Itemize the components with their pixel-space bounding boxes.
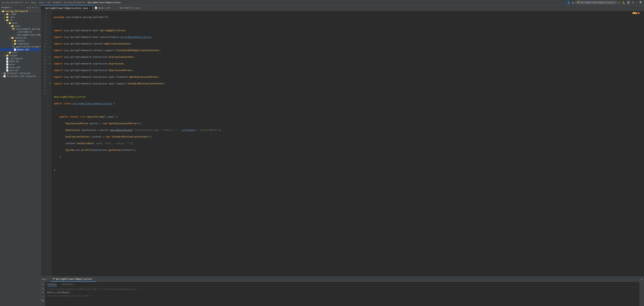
- props-icon: 🔧: [12, 46, 15, 48]
- wrench-icon[interactable]: 🔧: [41, 299, 44, 302]
- tab-close-helloworld[interactable]: ✕: [141, 7, 142, 9]
- tree-item-gitignore[interactable]: ▶ 📄 .gitignore: [0, 57, 40, 60]
- tree-item-target[interactable]: ▶ 📁 target: [0, 54, 40, 57]
- folder-icon: 📁: [8, 22, 11, 24]
- tab-beans[interactable]: 📄 Beans.xml ✕: [92, 5, 115, 10]
- code-line-23: [54, 162, 642, 165]
- run-label: Run:: [42, 278, 49, 280]
- tree-item-pom[interactable]: ▶ 📄 pom.xml: [0, 69, 40, 72]
- folder-icon: 📁: [2, 10, 4, 12]
- profile-icon[interactable]: ⏱: [632, 1, 634, 4]
- dropdown-arrow-icon: ▼: [614, 2, 615, 3]
- code-line-4: import org.springframework.boot.autoconf…: [54, 36, 642, 39]
- code-line-18: Expression expression = parser.parseExpr…: [54, 128, 642, 132]
- file-icon: 📄: [6, 60, 9, 63]
- more-icon[interactable]: ⋯: [636, 1, 638, 4]
- output-line-1: /Library/Java/JavaVirtualMachines/jdk-17…: [47, 288, 637, 291]
- bottom-left-icons: ▶ ▲ ▼ ⇌ 🔧: [40, 282, 45, 306]
- code-line-7: import org.springframework.expression.Ev…: [54, 55, 642, 59]
- expand-arrow: ▶: [3, 55, 6, 57]
- tree-item-idea[interactable]: ▶ 📁 .idea: [0, 13, 40, 16]
- package-icon: 📦: [12, 28, 15, 30]
- tree-item-static[interactable]: ▶ 📁 static: [0, 39, 40, 42]
- top-bar-right: 👤 ◀ 🌱 SpringHelloworldApplication ▼ ▶ 🐛 …: [567, 1, 642, 4]
- bottom-panel: Run: 🌱 SpringHelloworldApplication ✕ ⚙ ▶…: [40, 276, 644, 306]
- code-line-25: [54, 175, 642, 178]
- tree-item-springapp[interactable]: ▶ ☕ SpringHelloworldApplication: [0, 34, 40, 36]
- spring-run-icon: 🌱: [52, 278, 55, 280]
- avatar-icon[interactable]: 👤: [567, 1, 570, 4]
- expand-arrow: ▶: [3, 16, 6, 18]
- tree-item-package[interactable]: ▼ 📦 com.example.spring_helloworld: [0, 28, 40, 30]
- tree-item-resources[interactable]: ▼ 📁 resources: [0, 36, 40, 39]
- tree-item-mvnw-cmd[interactable]: ▶ 📄 mvnw.cmd: [0, 66, 40, 69]
- settings-icon[interactable]: ⚙: [35, 6, 36, 9]
- locate-icon[interactable]: ⊙: [27, 6, 28, 9]
- bottom-actuator-tab[interactable]: ⚙ Actuator: [61, 282, 74, 286]
- run-icon[interactable]: ▶: [618, 1, 620, 4]
- bottom-content: ▶ ▲ ▼ ⇌ 🔧 Console ⚙ Actuator /Library/Ja…: [40, 282, 644, 306]
- tree-item-main[interactable]: ▼ 📁 main: [0, 22, 40, 24]
- code-line-14: public class SpringHelloworldApplication…: [54, 102, 642, 105]
- tab-springapp[interactable]: ☕ SpringHelloworldApplication.java ✕: [40, 5, 92, 10]
- expand-arrow: ▶: [3, 13, 6, 15]
- folder-icon: 📁: [6, 16, 9, 18]
- file-icon: 📄: [6, 69, 9, 72]
- code-line-11: import org.springframework.expression.sp…: [54, 82, 642, 85]
- bottom-console-tab[interactable]: Console: [47, 282, 57, 286]
- tab-helloworld[interactable]: ☕ HelloWorld.java ✕: [115, 5, 144, 10]
- line-numbers: 1 2 3 4 5 6 7 8 9 10 11 12 13 14 15 16 1: [40, 11, 48, 276]
- bottom-tab-run[interactable]: 🌱 SpringHelloworldApplication ✕: [50, 277, 96, 282]
- collapse-all-icon[interactable]: ≡: [29, 6, 31, 9]
- tree-item-help[interactable]: ▶ 📄 HELP.md: [0, 60, 40, 63]
- code-line-1: package com.example.spring_helloworld;: [54, 16, 642, 19]
- coverage-icon[interactable]: ⛾: [627, 1, 630, 4]
- tree-item-mvnw[interactable]: ▶ 📄 mvnw: [0, 63, 40, 66]
- gutter-icons: ⚠ ⚠ ▶ ▶: [48, 11, 52, 276]
- tree-item-mvn[interactable]: ▶ 📁 .mvn: [0, 16, 40, 19]
- wrap-icon[interactable]: ⇌: [42, 295, 44, 298]
- tab-close-springapp[interactable]: ✕: [89, 7, 90, 9]
- file-tree: ▼ 📁 spring_helloworld ~/Projects/spring_…: [0, 10, 40, 306]
- error-badge: 2: [638, 12, 640, 14]
- back-icon[interactable]: ◀: [572, 1, 574, 4]
- code-line-10: import org.springframework.expression.sp…: [54, 75, 642, 78]
- code-content[interactable]: package com.example.spring_helloworld; i…: [52, 11, 644, 276]
- scroll-up-icon[interactable]: ▲: [42, 286, 44, 290]
- xml-tab-icon: 📄: [95, 7, 97, 9]
- expand-arrow: ▶: [11, 43, 14, 45]
- debug-icon[interactable]: 🐛: [622, 1, 625, 4]
- close-panel-icon[interactable]: ✕: [38, 6, 39, 9]
- tree-item-appprops[interactable]: ▶ 🔧 application.properties: [0, 45, 40, 48]
- bottom-tab-close-run[interactable]: ✕: [93, 278, 94, 280]
- tab-close-beans[interactable]: ✕: [112, 7, 113, 9]
- code-line-22: }: [54, 155, 642, 158]
- code-line-20: context.setVariable( name: "end", value:…: [54, 142, 642, 145]
- tree-item-templates[interactable]: ▶ 📁 templates: [0, 42, 40, 45]
- code-line-9: import org.springframework.expression.Ex…: [54, 69, 642, 72]
- run-config-selector[interactable]: 🌱 SpringHelloworldApplication ▼: [575, 1, 617, 4]
- sort-icon[interactable]: ⇅: [32, 6, 34, 9]
- expand-arrow: ▼: [3, 19, 6, 21]
- search-icon[interactable]: 🔍: [640, 1, 642, 4]
- expand-arrow: ▼: [6, 22, 8, 24]
- bottom-settings-icon[interactable]: ⚙: [641, 278, 642, 281]
- run-bottom-icon[interactable]: ▶: [42, 282, 44, 286]
- tree-item-src[interactable]: ▼ 📁 src: [0, 19, 40, 22]
- folder-icon: 📁: [11, 25, 14, 27]
- scroll-down-icon[interactable]: ▼: [42, 291, 44, 294]
- tree-item-spring-helloworld[interactable]: ▼ 📁 spring_helloworld ~/Projects/spring_…: [0, 10, 40, 13]
- tree-item-beans[interactable]: ▶ 📄 Beans.xml: [0, 48, 40, 51]
- editor-area: ☕ SpringHelloworldApplication.java ✕ 📄 B…: [40, 5, 644, 306]
- tree-item-scratches[interactable]: ▶ 📝 Scratches and Consoles: [0, 75, 40, 78]
- code-line-19: EvaluationContext context = new Standard…: [54, 135, 642, 138]
- sidebar-header-icons: ⊙ ≡ ⇅ ⚙ ✕: [27, 6, 39, 9]
- folder-icon: 📁: [6, 54, 9, 57]
- tree-item-helloworld[interactable]: ▶ ☕ HelloWorld: [0, 30, 40, 34]
- project-dropdown-icon[interactable]: ▼: [11, 6, 12, 8]
- tree-item-external-libs[interactable]: ▶ 📚 External Libraries: [0, 72, 40, 75]
- code-line-5: import org.springframework.context.Appli…: [54, 42, 642, 46]
- tree-item-test[interactable]: ▶ 📁 test: [0, 51, 40, 54]
- file-icon: 📄: [6, 63, 9, 66]
- tree-item-java[interactable]: ▼ 📁 java: [0, 24, 40, 28]
